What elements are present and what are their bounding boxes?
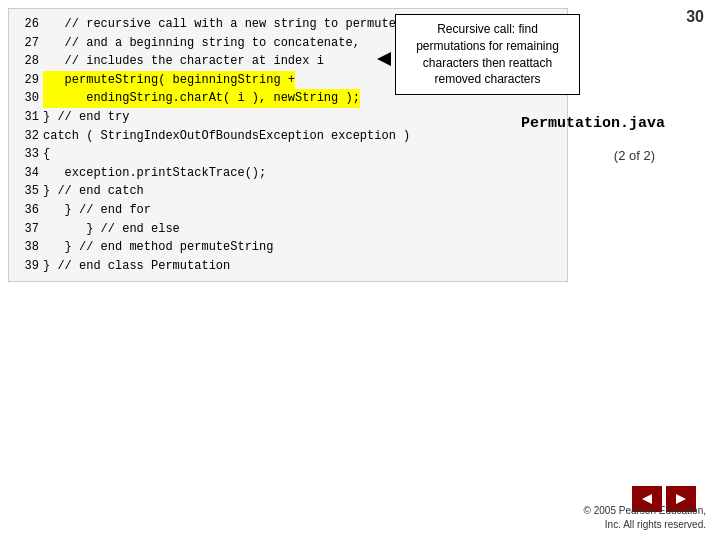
page-indicator: (2 of 2) — [614, 148, 655, 163]
code-line: 32catch ( StringIndexOutOfBoundsExceptio… — [17, 127, 559, 146]
line-text: endingString.charAt( i ), newString ); — [43, 89, 360, 108]
callout-box: Recursive call: find permutations for re… — [395, 14, 580, 95]
line-text: catch ( StringIndexOutOfBoundsException … — [43, 127, 410, 146]
copyright-line1: © 2005 Pearson Education, — [584, 505, 706, 516]
line-number: 26 — [17, 15, 39, 34]
line-number: 34 — [17, 164, 39, 183]
code-line: 38 } // end method permuteString — [17, 238, 559, 257]
code-line: 37 } // end else — [17, 220, 559, 239]
line-number: 39 — [17, 257, 39, 276]
line-text: // recursive call with a new string to p… — [43, 15, 396, 34]
line-number: 30 — [17, 89, 39, 108]
code-line: 31} // end try — [17, 108, 559, 127]
line-number: 38 — [17, 238, 39, 257]
line-number: 33 — [17, 145, 39, 164]
line-number: 31 — [17, 108, 39, 127]
svg-marker-1 — [676, 494, 686, 504]
slide-number: 30 — [686, 8, 704, 26]
line-text: } // end for — [43, 201, 151, 220]
copyright-line2: Inc. All rights reserved. — [605, 519, 706, 530]
permutation-label: Permutation.java — [521, 115, 665, 132]
line-text: // includes the character at index i — [43, 52, 324, 71]
code-line: 36 } // end for — [17, 201, 559, 220]
line-text: } // end class Permutation — [43, 257, 230, 276]
line-text: exception.printStackTrace(); — [43, 164, 266, 183]
line-number: 32 — [17, 127, 39, 146]
slide-container: 30 26 // recursive call with a new strin… — [0, 0, 720, 540]
line-text: // and a beginning string to concatenate… — [43, 34, 360, 53]
svg-marker-0 — [642, 494, 652, 504]
callout-arrow — [377, 52, 391, 66]
line-number: 36 — [17, 201, 39, 220]
code-line: 34 exception.printStackTrace(); — [17, 164, 559, 183]
copyright: © 2005 Pearson Education, Inc. All right… — [584, 504, 706, 532]
line-text: permuteString( beginningString + — [43, 71, 295, 90]
line-text: } // end else — [43, 220, 180, 239]
line-number: 28 — [17, 52, 39, 71]
line-number: 37 — [17, 220, 39, 239]
line-number: 35 — [17, 182, 39, 201]
code-line: 35} // end catch — [17, 182, 559, 201]
callout-text: Recursive call: find permutations for re… — [416, 22, 559, 86]
code-line: 39} // end class Permutation — [17, 257, 559, 276]
line-text: } // end try — [43, 108, 129, 127]
line-text: } // end catch — [43, 182, 144, 201]
line-text: { — [43, 145, 50, 164]
code-line: 33{ — [17, 145, 559, 164]
line-number: 29 — [17, 71, 39, 90]
line-number: 27 — [17, 34, 39, 53]
line-text: } // end method permuteString — [43, 238, 273, 257]
